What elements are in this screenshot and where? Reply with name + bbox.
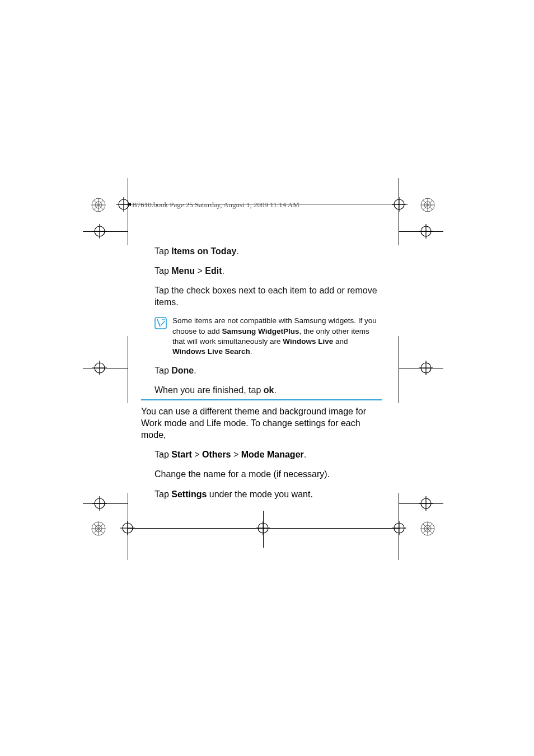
label-ok: ok <box>264 385 274 395</box>
label-done: Done <box>171 366 194 375</box>
step-check-boxes: Tap the check boxes next to each item to… <box>154 284 381 308</box>
text: . <box>304 450 306 459</box>
label-items-on-today: Items on Today <box>171 246 236 256</box>
registration-radial-icon <box>91 197 106 213</box>
label-settings: Settings <box>171 489 207 499</box>
label-edit: Edit <box>205 266 222 276</box>
text: . <box>236 246 238 256</box>
svg-rect-58 <box>155 318 166 329</box>
registration-radial-icon <box>420 521 435 536</box>
instruction-block-1: Tap Items on Today. Tap Menu > Edit. Tap… <box>154 245 381 404</box>
step-settings: Tap Settings under the mode you want. <box>154 488 381 500</box>
text: . <box>250 347 252 356</box>
registration-radial-icon <box>420 197 435 213</box>
text: under the mode you want. <box>207 489 312 499</box>
note-icon <box>154 316 167 357</box>
text: > <box>231 450 241 459</box>
registration-crosshair-icon <box>392 197 406 212</box>
text: . <box>274 385 276 395</box>
registration-radial-icon <box>91 521 106 536</box>
crop-guide <box>263 511 264 548</box>
crop-guide <box>399 368 443 368</box>
section-separator <box>141 399 382 400</box>
footer-rule <box>128 528 400 529</box>
registration-arrow-icon <box>116 197 131 212</box>
step-mode-manager: Tap Start > Others > Mode Manager. <box>154 449 381 460</box>
label-windows-live: Windows Live <box>283 337 333 346</box>
label-samsung-widgetplus: Samsung WidgetPlus <box>222 327 299 335</box>
step-ok: When you are finished, tap ok. <box>154 384 381 396</box>
step-items-on-today: Tap Items on Today. <box>154 245 381 257</box>
label-mode-manager: Mode Manager <box>241 450 304 459</box>
instruction-block-2: You can use a different theme and backgr… <box>141 405 381 508</box>
text: > <box>195 266 205 276</box>
text: . <box>194 366 196 375</box>
page-header-meta: B7610.book Page 25 Saturday, August 1, 2… <box>132 200 299 209</box>
crop-guide <box>399 336 399 403</box>
note-row: Some items are not compatible with Samsu… <box>154 316 381 357</box>
text: When you are finished, tap <box>154 385 264 395</box>
text: Tap <box>154 246 171 256</box>
text: Tap <box>154 266 171 276</box>
crop-guide <box>399 231 443 232</box>
crop-guide <box>128 336 128 403</box>
step-menu-edit: Tap Menu > Edit. <box>154 265 381 277</box>
label-menu: Menu <box>171 266 195 276</box>
note-text: Some items are not compatible with Samsu… <box>172 316 381 357</box>
crop-guide <box>83 503 128 504</box>
crop-guide <box>399 178 399 245</box>
crop-guide <box>83 368 128 368</box>
crop-guide <box>83 231 128 232</box>
text: Tap <box>154 489 171 499</box>
step-done: Tap Done. <box>154 365 381 376</box>
label-start: Start <box>171 450 191 459</box>
label-windows-live-search: Windows Live Search <box>172 347 250 356</box>
text: Tap <box>154 366 171 375</box>
label-others: Others <box>202 450 231 459</box>
step-change-name: Change the name for a mode (if necessary… <box>154 468 381 480</box>
text: > <box>192 450 202 459</box>
text: Tap <box>154 450 171 459</box>
crop-guide <box>128 178 128 245</box>
text: and <box>333 337 348 346</box>
text: . <box>222 266 224 276</box>
crop-guide <box>399 503 443 504</box>
intro-text: You can use a different theme and backgr… <box>141 405 381 441</box>
